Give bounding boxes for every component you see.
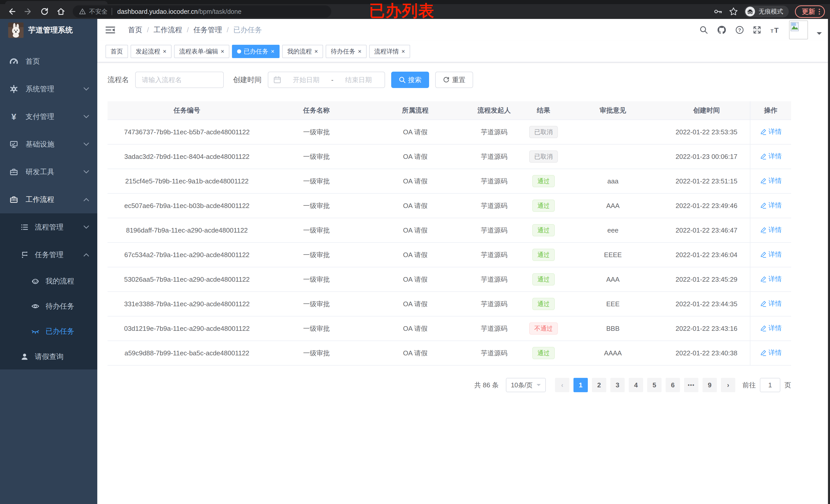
yen-icon: ¥ bbox=[8, 112, 20, 121]
sidebar-collapse-icon[interactable] bbox=[105, 26, 115, 34]
sidebar-item-label: 任务管理 bbox=[35, 250, 63, 260]
create-time-label: 创建时间 bbox=[233, 75, 262, 85]
process-name-input[interactable] bbox=[135, 72, 224, 88]
sidebar-item-devtools[interactable]: 研发工具 bbox=[0, 158, 97, 186]
prev-page-button[interactable]: ‹ bbox=[555, 378, 569, 392]
date-range-picker[interactable]: 开始日期 - 结束日期 bbox=[268, 72, 385, 88]
cell-starter: 芋道源码 bbox=[464, 169, 524, 193]
more-pages-button[interactable]: ••• bbox=[684, 378, 698, 392]
next-page-button[interactable]: › bbox=[721, 378, 735, 392]
key-icon[interactable] bbox=[713, 7, 723, 16]
detail-link[interactable]: 详情 bbox=[760, 176, 782, 185]
cell-task-name: 一级审批 bbox=[266, 292, 366, 316]
detail-link[interactable]: 详情 bbox=[760, 152, 782, 161]
reset-button[interactable]: 重置 bbox=[435, 72, 473, 88]
sidebar-item-home[interactable]: 首页 bbox=[0, 47, 97, 75]
detail-link[interactable]: 详情 bbox=[760, 274, 782, 283]
browser-update-button[interactable]: 更新 bbox=[795, 5, 825, 18]
close-icon[interactable]: × bbox=[402, 48, 405, 55]
avatar[interactable] bbox=[789, 21, 808, 39]
goto-page-input[interactable] bbox=[760, 378, 780, 392]
page-button-1[interactable]: 1 bbox=[573, 378, 588, 392]
detail-link[interactable]: 详情 bbox=[760, 299, 782, 308]
page-size-select[interactable]: 10条/页 bbox=[506, 378, 546, 392]
detail-link[interactable]: 详情 bbox=[760, 225, 782, 234]
page-button-5[interactable]: 5 bbox=[647, 378, 662, 392]
close-icon[interactable]: × bbox=[221, 48, 224, 55]
breadcrumb-separator: / bbox=[147, 26, 149, 34]
window-scrollbar[interactable] bbox=[828, 19, 830, 504]
page-button-9[interactable]: 9 bbox=[703, 378, 717, 392]
tab-home[interactable]: 首页 bbox=[105, 45, 128, 58]
table-row: 3adac3d2-7b9d-11ec-8404-acde48001122一级审批… bbox=[107, 144, 791, 169]
page-button-6[interactable]: 6 bbox=[666, 378, 680, 392]
browser-home-button[interactable] bbox=[54, 5, 68, 18]
breadcrumb-task-mgmt[interactable]: 任务管理 bbox=[194, 25, 222, 35]
cell-task-id: 03d1219e-7b9a-11ec-a290-acde48001122 bbox=[107, 316, 266, 341]
col-comment: 审批意见 bbox=[563, 101, 663, 120]
update-label: 更新 bbox=[802, 7, 815, 16]
close-icon[interactable]: × bbox=[314, 48, 318, 55]
cell-created: 2022-01-22 23:49:46 bbox=[663, 193, 750, 218]
close-icon[interactable]: × bbox=[358, 48, 361, 55]
sidebar-item-process-mgmt[interactable]: 流程管理 bbox=[0, 213, 97, 241]
browser-forward-button[interactable] bbox=[22, 5, 35, 18]
detail-link[interactable]: 详情 bbox=[760, 348, 782, 357]
detail-link[interactable]: 详情 bbox=[760, 324, 782, 333]
edit-icon bbox=[760, 349, 767, 356]
url-bar[interactable]: 不安全 dashboard.yudao.iocoder.cn/bpm/task/… bbox=[73, 5, 331, 18]
col-starter: 流程发起人 bbox=[464, 101, 524, 120]
detail-label: 详情 bbox=[769, 299, 782, 308]
sidebar-item-my-process[interactable]: 我的流程 bbox=[0, 269, 97, 294]
sidebar-item-label: 请假查询 bbox=[35, 352, 63, 362]
sidebar-item-payment[interactable]: ¥ 支付管理 bbox=[0, 103, 97, 131]
close-icon[interactable]: × bbox=[163, 48, 166, 55]
pagination-total: 共 86 条 bbox=[474, 381, 499, 390]
page-button-3[interactable]: 3 bbox=[610, 378, 625, 392]
browser-reload-button[interactable] bbox=[38, 5, 51, 18]
sidebar-item-system[interactable]: 系统管理 bbox=[0, 75, 97, 103]
sidebar-item-task-mgmt[interactable]: 任务管理 bbox=[0, 241, 97, 269]
cell-comment bbox=[563, 144, 663, 169]
cell-comment: AAAA bbox=[563, 341, 663, 365]
tab-process-form-edit[interactable]: 流程表单-编辑× bbox=[174, 45, 229, 58]
sidebar-item-leave-query[interactable]: 请假查询 bbox=[0, 344, 97, 369]
browser-menu-icon[interactable] bbox=[819, 9, 820, 14]
bookmark-star-icon[interactable] bbox=[729, 7, 738, 16]
breadcrumb-home[interactable]: 首页 bbox=[128, 25, 142, 35]
close-icon[interactable]: × bbox=[271, 48, 275, 55]
eye-icon bbox=[30, 302, 40, 311]
sidebar-item-infra[interactable]: 基础设施 bbox=[0, 131, 97, 158]
tab-todo-tasks[interactable]: 待办任务× bbox=[326, 45, 366, 58]
detail-link[interactable]: 详情 bbox=[760, 201, 782, 210]
cell-task-id: ec507ae6-7b9a-11ec-b03b-acde48001122 bbox=[107, 193, 266, 218]
sidebar-item-workflow[interactable]: 工作流程 bbox=[0, 186, 97, 213]
help-icon[interactable]: ? bbox=[735, 26, 744, 34]
breadcrumb-workflow[interactable]: 工作流程 bbox=[154, 25, 182, 35]
tab-my-process[interactable]: 我的流程× bbox=[282, 45, 323, 58]
sidebar-item-todo-tasks[interactable]: 待办任务 bbox=[0, 294, 97, 319]
app-logo-row[interactable]: 芋道管理系统 bbox=[0, 19, 97, 41]
browser-tab[interactable] bbox=[5, 1, 107, 4]
sidebar-item-done-tasks[interactable]: 已办任务 bbox=[0, 319, 97, 344]
detail-label: 详情 bbox=[769, 348, 782, 357]
font-size-icon[interactable]: TT bbox=[770, 26, 780, 34]
search-icon[interactable] bbox=[699, 26, 708, 34]
detail-link[interactable]: 详情 bbox=[760, 250, 782, 259]
browser-back-button[interactable] bbox=[5, 5, 19, 18]
page-button-4[interactable]: 4 bbox=[629, 378, 643, 392]
cell-task-name: 一级审批 bbox=[266, 218, 366, 242]
tab-process-detail[interactable]: 流程详情× bbox=[369, 45, 410, 58]
detail-link[interactable]: 详情 bbox=[760, 127, 782, 136]
tab-start-process[interactable]: 发起流程× bbox=[131, 45, 171, 58]
col-process: 所属流程 bbox=[366, 101, 464, 120]
search-button[interactable]: 搜索 bbox=[391, 72, 429, 88]
list-icon bbox=[20, 223, 30, 231]
page-button-2[interactable]: 2 bbox=[592, 378, 606, 392]
github-icon[interactable] bbox=[717, 25, 727, 35]
toolbox-icon bbox=[8, 167, 20, 176]
tab-done-tasks[interactable]: 已办任务× bbox=[232, 45, 280, 58]
user-menu-caret-icon[interactable] bbox=[817, 32, 822, 35]
fullscreen-icon[interactable] bbox=[753, 26, 761, 34]
cell-process: OA 请假 bbox=[366, 316, 464, 341]
